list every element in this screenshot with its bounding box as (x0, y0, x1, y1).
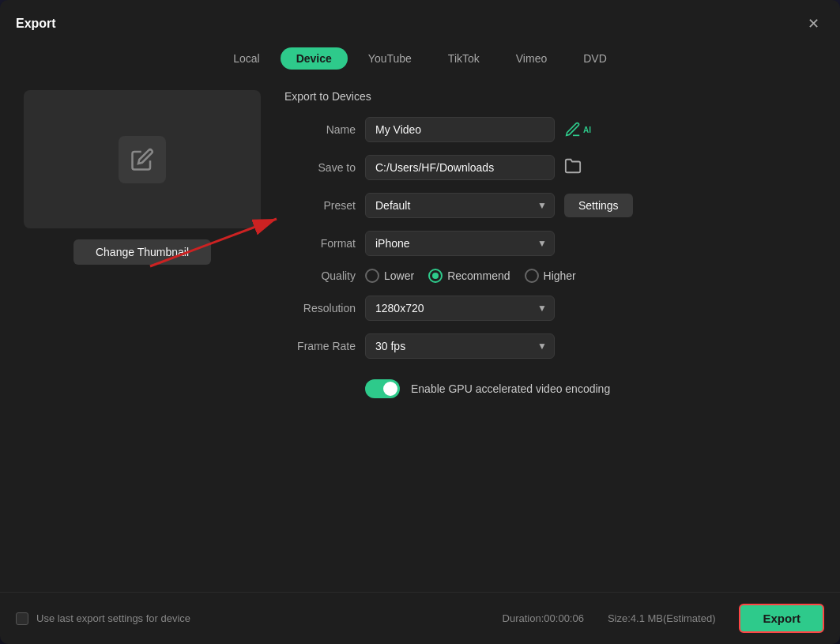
format-row: Format iPhone ▼ (284, 231, 824, 256)
preset-select[interactable]: Default (365, 193, 555, 218)
format-select-wrap: iPhone ▼ (365, 231, 555, 256)
right-panel: Export to Devices Name AI Save to (284, 82, 824, 592)
gpu-row: Enable GPU accelerated video encoding (284, 379, 824, 398)
last-settings-checkbox[interactable] (16, 612, 28, 625)
resolution-select[interactable]: 1280x720 (365, 296, 555, 321)
quality-lower[interactable]: Lower (365, 269, 414, 283)
export-dialog: Export ✕ Local Device YouTube TikTok Vim… (0, 0, 840, 644)
size-text: Size:4.1 MB(Estimated) (608, 612, 716, 624)
frame-rate-label: Frame Rate (284, 340, 356, 352)
quality-row: Quality Lower Recommend Higher (284, 269, 824, 283)
tab-vimeo[interactable]: Vimeo (500, 47, 563, 70)
quality-lower-label: Lower (384, 269, 414, 282)
save-to-row: Save to (284, 155, 824, 180)
bottom-bar: Use last export settings for device Dura… (0, 592, 840, 644)
last-settings-label: Use last export settings for device (36, 612, 190, 624)
frame-rate-select-wrap: 30 fps ▼ (365, 333, 555, 359)
name-label: Name (284, 123, 356, 136)
tab-youtube[interactable]: YouTube (352, 47, 428, 70)
quality-higher[interactable]: Higher (525, 269, 576, 283)
ai-button[interactable]: AI (564, 121, 591, 138)
quality-higher-label: Higher (544, 269, 576, 282)
last-settings-row: Use last export settings for device (16, 612, 190, 625)
resolution-row: Resolution 1280x720 ▼ (284, 296, 824, 321)
preset-row: Preset Default ▼ Settings (284, 193, 824, 218)
settings-button[interactable]: Settings (564, 194, 633, 217)
tab-local[interactable]: Local (217, 47, 275, 70)
format-select[interactable]: iPhone (365, 231, 555, 256)
preset-label: Preset (284, 199, 356, 212)
save-to-label: Save to (284, 161, 356, 174)
quality-recommend-radio[interactable] (428, 269, 443, 283)
close-button[interactable]: ✕ (802, 13, 824, 35)
resolution-label: Resolution (284, 302, 356, 314)
gpu-toggle[interactable] (365, 379, 400, 398)
format-label: Format (284, 237, 356, 250)
tab-dvd[interactable]: DVD (567, 47, 623, 70)
main-content: Change Thumbnail Export to Devices Name … (0, 82, 840, 592)
name-input[interactable] (365, 117, 555, 142)
tab-device[interactable]: Device (281, 47, 348, 70)
resolution-select-wrap: 1280x720 ▼ (365, 296, 555, 321)
change-thumbnail-button[interactable]: Change Thumbnail (73, 239, 211, 265)
folder-button[interactable] (564, 157, 582, 179)
gpu-label: Enable GPU accelerated video encoding (411, 382, 610, 395)
quality-recommend[interactable]: Recommend (428, 269, 510, 283)
tab-bar: Local Device YouTube TikTok Vimeo DVD (0, 44, 840, 82)
left-panel: Change Thumbnail (16, 82, 269, 592)
quality-recommend-label: Recommend (447, 269, 510, 282)
tab-tiktok[interactable]: TikTok (432, 47, 495, 70)
quality-higher-radio[interactable] (525, 269, 539, 283)
bottom-info: Duration:00:00:06 Size:4.1 MB(Estimated)… (503, 604, 824, 633)
quality-recommend-dot (432, 273, 439, 279)
frame-rate-row: Frame Rate 30 fps ▼ (284, 333, 824, 359)
preset-select-wrap: Default ▼ (365, 193, 555, 218)
name-row: Name AI (284, 117, 824, 142)
duration-text: Duration:00:00:06 (503, 612, 584, 624)
quality-lower-radio[interactable] (365, 269, 379, 283)
thumbnail-preview (24, 90, 261, 228)
title-bar: Export ✕ (0, 0, 840, 44)
frame-rate-select[interactable]: 30 fps (365, 333, 555, 359)
dialog-title: Export (16, 17, 56, 31)
thumbnail-icon (119, 136, 166, 183)
export-button[interactable]: Export (739, 604, 824, 633)
toggle-knob (383, 382, 397, 396)
quality-label: Quality (284, 269, 356, 282)
section-title: Export to Devices (284, 90, 824, 103)
quality-group: Lower Recommend Higher (365, 269, 576, 283)
save-to-input[interactable] (365, 155, 555, 180)
